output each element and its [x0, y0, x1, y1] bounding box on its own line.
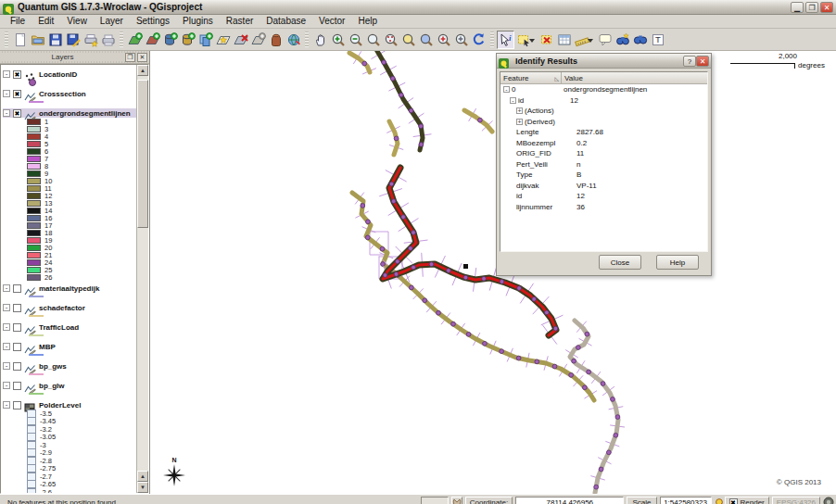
panel-close-button[interactable]: ✕ — [137, 53, 147, 62]
add-wms-layer-icon[interactable] — [196, 31, 214, 49]
scroll-up2-icon[interactable]: ▲ — [137, 471, 148, 482]
layers-panel-header[interactable]: Layers ❐ ✕ — [0, 51, 149, 64]
expander-icon[interactable]: - — [510, 97, 516, 104]
zoom-out-icon[interactable] — [347, 31, 364, 49]
layer-checkbox[interactable]: ✖ — [13, 109, 21, 118]
identify-results-table[interactable]: Feature◺ Value -0ondergrondsegmentlijnen… — [500, 71, 708, 252]
stop-render-icon[interactable] — [451, 497, 462, 504]
legend-class-item[interactable]: 3 — [3, 125, 136, 132]
pan-map-icon[interactable] — [311, 31, 329, 49]
layer-checkbox[interactable] — [13, 362, 21, 371]
expander-icon[interactable]: - — [503, 86, 510, 93]
legend-class-item[interactable]: 9 — [3, 170, 136, 177]
zoom-in-icon[interactable] — [329, 31, 347, 49]
result-row[interactable]: dijkvakVP-11 — [500, 181, 707, 192]
scale-input[interactable] — [660, 497, 712, 504]
map-tips-icon[interactable] — [596, 31, 614, 49]
scroll-down-icon[interactable]: ▼ — [137, 482, 148, 493]
layer-item-crosssection[interactable]: -✖Crosssection — [3, 89, 136, 98]
layer-checkbox[interactable] — [13, 304, 21, 312]
dialog-close-icon[interactable]: ✕ — [696, 56, 709, 67]
legend-class-item[interactable]: 5 — [3, 140, 136, 147]
save-project-as-icon[interactable] — [64, 31, 82, 49]
new-print-composer-icon[interactable] — [82, 31, 99, 49]
result-row[interactable]: MBoezempl0.2 — [500, 138, 707, 149]
new-project-icon[interactable] — [11, 31, 29, 49]
identify-features-icon[interactable]: i — [497, 31, 514, 49]
menu-vector[interactable]: Vector — [312, 15, 351, 28]
dropdown-arrow-icon[interactable] — [529, 39, 535, 43]
menu-settings[interactable]: Settings — [130, 15, 176, 28]
layer-checkbox[interactable] — [13, 284, 21, 293]
zoom-last-icon[interactable] — [417, 31, 435, 49]
expander-icon[interactable]: - — [3, 323, 10, 331]
legend-class-item[interactable]: 4 — [3, 132, 136, 140]
remove-layer-icon[interactable] — [232, 31, 249, 49]
restore-button[interactable]: ❐ — [805, 2, 818, 13]
legend-class-item[interactable]: 13 — [3, 199, 136, 207]
dialog-help-icon[interactable]: ? — [683, 56, 696, 67]
save-project-icon[interactable] — [46, 31, 64, 49]
legend-class-item[interactable]: 7 — [3, 155, 136, 162]
show-bookmarks-icon[interactable] — [631, 31, 649, 49]
result-row[interactable]: Pert_Veilin — [500, 159, 707, 170]
menu-plugins[interactable]: Plugins — [176, 15, 220, 28]
dropdown-arrow-icon[interactable] — [588, 39, 593, 43]
legend-class-item[interactable]: 25 — [3, 266, 136, 273]
menu-view[interactable]: View — [60, 15, 94, 28]
raster-value-item[interactable]: -3.5 — [3, 410, 136, 418]
open-attribute-table-icon[interactable] — [555, 31, 573, 49]
print-composer-manager-icon[interactable] — [99, 31, 117, 49]
legend-class-item[interactable]: 24 — [3, 258, 136, 266]
open-project-icon[interactable] — [29, 31, 46, 49]
render-checkbox-box[interactable]: ✖ — [729, 498, 738, 504]
new-bookmark-icon[interactable] — [614, 31, 631, 49]
layer-checkbox[interactable]: ✖ — [13, 70, 21, 79]
add-oracle-georaster-layer-icon[interactable] — [267, 31, 285, 49]
toolbar-grip[interactable] — [305, 32, 309, 48]
expander-icon[interactable]: - — [3, 90, 10, 97]
minimize-button[interactable]: ▁ — [791, 2, 804, 13]
raster-value-item[interactable]: -3.2 — [3, 425, 136, 434]
menu-layer[interactable]: Layer — [94, 15, 130, 28]
zoom-next-icon[interactable] — [435, 31, 452, 49]
expander-icon[interactable]: - — [3, 304, 10, 311]
menu-raster[interactable]: Raster — [220, 15, 260, 28]
legend-class-item[interactable]: 10 — [3, 177, 136, 184]
legend-class-item[interactable]: 1 — [3, 118, 136, 125]
result-row[interactable]: -0ondergrondsegmentlijnen — [500, 84, 707, 95]
expander-icon[interactable]: - — [3, 362, 10, 370]
measure-line-icon[interactable] — [573, 31, 590, 49]
select-features-icon[interactable] — [514, 31, 532, 49]
result-row[interactable]: -id12 — [500, 95, 707, 107]
legend-class-item[interactable]: 12 — [3, 192, 136, 199]
legend-class-item[interactable]: 18 — [3, 229, 136, 236]
layer-item-bp_glw[interactable]: -bp_glw — [3, 381, 136, 390]
layer-checkbox[interactable] — [13, 401, 21, 410]
zoom-to-layer-icon[interactable] — [399, 31, 417, 49]
expander-icon[interactable]: - — [3, 109, 10, 117]
crs-status-icon[interactable] — [823, 497, 834, 504]
add-vector-layer-icon[interactable] — [126, 31, 144, 49]
layer-checkbox[interactable] — [13, 323, 21, 332]
menu-database[interactable]: Database — [260, 15, 312, 28]
layer-item-schadefactor[interactable]: -schadefactor — [3, 303, 136, 312]
close-button[interactable]: Close — [599, 255, 641, 270]
menu-help[interactable]: Help — [351, 15, 384, 28]
legend-class-item[interactable]: 20 — [3, 244, 136, 251]
result-row[interactable]: +(Actions) — [500, 106, 707, 117]
render-checkbox[interactable]: ✖ Render — [725, 497, 769, 504]
menu-file[interactable]: File — [4, 15, 32, 28]
result-row[interactable]: TypeB — [500, 170, 707, 181]
layer-checkbox[interactable]: ✖ — [13, 90, 21, 98]
scrollbar-thumb[interactable] — [137, 80, 148, 228]
legend-class-item[interactable]: 8 — [3, 162, 136, 170]
toolbar-grip[interactable] — [5, 32, 8, 48]
expander-icon[interactable]: + — [516, 119, 523, 125]
raster-value-item[interactable]: -2.8 — [3, 457, 136, 465]
zoom-full-icon[interactable] — [452, 31, 470, 49]
legend-class-item[interactable]: 14 — [3, 207, 136, 214]
scroll-up-icon[interactable]: ▲ — [137, 65, 148, 76]
expander-icon[interactable]: - — [3, 343, 10, 350]
add-raster-layer-icon[interactable] — [144, 31, 161, 49]
